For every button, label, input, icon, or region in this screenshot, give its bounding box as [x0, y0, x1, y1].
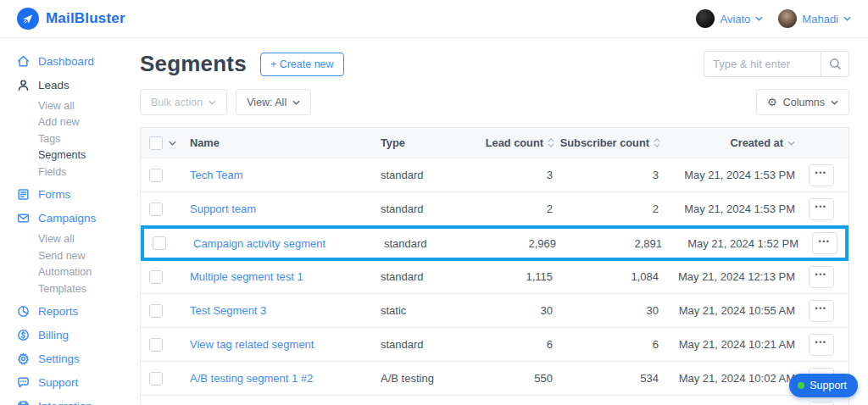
- subscriber-count: 30: [554, 304, 660, 317]
- created-at: May 21, 2024 10:21 AM: [660, 338, 800, 351]
- chevron-down-icon: [292, 100, 300, 105]
- sidebar-item-reports[interactable]: Reports: [17, 300, 140, 324]
- select-all-checkbox[interactable]: [149, 136, 163, 150]
- sidebar-item-leads-fields[interactable]: Fields: [17, 164, 140, 180]
- sidebar-item-leads[interactable]: Leads: [17, 73, 140, 97]
- row-actions-button[interactable]: •••: [809, 402, 834, 405]
- row-checkbox[interactable]: [149, 270, 163, 284]
- column-header-subscriber-count[interactable]: Subscriber count: [554, 136, 660, 149]
- table-row: View tag related segment standard 6 6 Ma…: [141, 328, 849, 362]
- select-options-chevron-icon[interactable]: [169, 141, 176, 146]
- segment-link[interactable]: Campaign activity segment: [193, 237, 326, 250]
- sidebar-item-dashboard[interactable]: Dashboard: [17, 49, 140, 73]
- search-button[interactable]: [821, 51, 849, 77]
- segment-link[interactable]: Support team: [190, 202, 256, 215]
- created-at: May 21, 2024 10:02 AM: [660, 372, 800, 385]
- row-actions-button[interactable]: •••: [809, 334, 834, 356]
- row-checkbox[interactable]: [153, 236, 166, 250]
- chevron-down-icon: [755, 16, 763, 21]
- subscriber-count: 6: [554, 338, 660, 351]
- sidebar-item-leads-add-new[interactable]: Add new: [17, 114, 140, 131]
- person-icon: [17, 79, 30, 92]
- bulk-action-dropdown[interactable]: Bulk action: [140, 89, 227, 115]
- columns-dropdown[interactable]: ⚙ Columns: [756, 89, 849, 115]
- column-header-created-at[interactable]: Created at: [660, 136, 795, 149]
- row-actions-button[interactable]: •••: [809, 300, 834, 322]
- row-actions-button[interactable]: •••: [809, 266, 834, 288]
- subscriber-count: 2: [554, 202, 660, 215]
- lead-count: 3: [482, 169, 554, 181]
- sidebar-item-leads-segments[interactable]: Segments: [17, 147, 140, 164]
- column-header-lead-count[interactable]: Lead count: [482, 136, 554, 149]
- table-row: Tech Team standard 3 3 May 21, 2024 1:53…: [141, 158, 849, 192]
- segment-type: A/B testing: [376, 372, 482, 385]
- lead-count: 1,115: [482, 270, 554, 283]
- create-new-button[interactable]: + Create new: [260, 53, 344, 76]
- dollar-icon: [17, 329, 30, 341]
- row-checkbox[interactable]: [149, 169, 163, 182]
- row-actions-button[interactable]: •••: [812, 232, 837, 254]
- lead-count: 30: [482, 304, 554, 317]
- created-at: May 21, 2024 1:53 PM: [660, 202, 800, 215]
- row-checkbox[interactable]: [149, 202, 163, 216]
- segment-link[interactable]: A/B testing segment 1 #2: [190, 372, 313, 385]
- chat-icon: [17, 376, 30, 389]
- subscriber-count: 1,084: [554, 270, 660, 283]
- row-actions-button[interactable]: •••: [809, 198, 834, 220]
- workspace-menu[interactable]: Aviato: [696, 9, 763, 28]
- sidebar-item-campaigns-templates[interactable]: Templates: [17, 280, 140, 297]
- sidebar-item-leads-tags[interactable]: Tags: [17, 130, 140, 147]
- table-row: A/B testing segment 1 #2 A/B testing 550…: [141, 362, 849, 396]
- table-row: Multiple segment test 1 standard 1,115 1…: [141, 260, 849, 294]
- segment-type: standard: [380, 237, 486, 250]
- table-row-partial: •••: [141, 396, 849, 405]
- row-checkbox[interactable]: [149, 372, 163, 386]
- user-menu[interactable]: Mahadi: [778, 9, 851, 28]
- sidebar-item-campaigns-automation[interactable]: Automation: [17, 264, 140, 281]
- column-header-type[interactable]: Type: [376, 136, 482, 149]
- lead-count: 550: [482, 372, 554, 385]
- sidebar-item-settings[interactable]: Settings: [17, 347, 140, 371]
- row-checkbox[interactable]: [149, 338, 163, 352]
- sidebar-item-campaigns-view-all[interactable]: View all: [17, 231, 140, 248]
- segment-type: standard: [376, 169, 482, 181]
- online-status-dot: [798, 382, 804, 389]
- chevron-down-icon: [209, 100, 216, 105]
- search-input[interactable]: [704, 51, 821, 77]
- segment-link[interactable]: Multiple segment test 1: [190, 270, 303, 283]
- segment-link[interactable]: View tag related segment: [190, 338, 314, 351]
- sidebar-item-leads-view-all[interactable]: View all: [17, 97, 140, 114]
- created-at: May 21, 2024 1:53 PM: [660, 169, 800, 181]
- sort-icon: [548, 138, 554, 147]
- page-title: Segments: [140, 51, 247, 77]
- sidebar-item-campaigns-send-new[interactable]: Send new: [17, 247, 140, 264]
- segments-table: Name Type Lead count Subscriber count: [140, 127, 849, 405]
- view-filter-dropdown[interactable]: View: All: [236, 89, 311, 115]
- table-row: Support team standard 2 2 May 21, 2024 1…: [141, 192, 849, 226]
- sidebar-item-forms[interactable]: Forms: [17, 183, 140, 207]
- sidebar-item-campaigns[interactable]: Campaigns: [17, 207, 140, 230]
- segment-link[interactable]: Test Segment 3: [190, 304, 266, 317]
- lead-count: 6: [482, 338, 554, 351]
- sort-icon: [654, 138, 660, 147]
- workspace-avatar: [696, 9, 715, 28]
- segment-link[interactable]: Tech Team: [190, 169, 243, 181]
- subscriber-count: 534: [554, 372, 660, 385]
- support-chat-button[interactable]: Support: [789, 374, 858, 397]
- brand-name: MailBluster: [46, 10, 125, 27]
- segment-type: static: [376, 304, 482, 317]
- workspace-label: Aviato: [720, 13, 750, 25]
- sidebar-item-integration[interactable]: Integration: [17, 395, 140, 405]
- search-icon: [829, 58, 842, 70]
- brand-logo[interactable]: MailBluster: [17, 8, 125, 30]
- lead-count: 2: [482, 202, 554, 215]
- sidebar-item-billing[interactable]: Billing: [17, 324, 140, 347]
- sidebar-item-support[interactable]: Support: [17, 371, 140, 395]
- row-checkbox[interactable]: [149, 304, 163, 318]
- row-actions-button[interactable]: •••: [809, 164, 834, 186]
- column-header-name[interactable]: Name: [181, 136, 376, 149]
- segment-type: standard: [376, 202, 482, 215]
- subscriber-count: 3: [554, 169, 660, 181]
- chevron-down-icon: [831, 100, 838, 105]
- segment-type: standard: [376, 270, 482, 283]
